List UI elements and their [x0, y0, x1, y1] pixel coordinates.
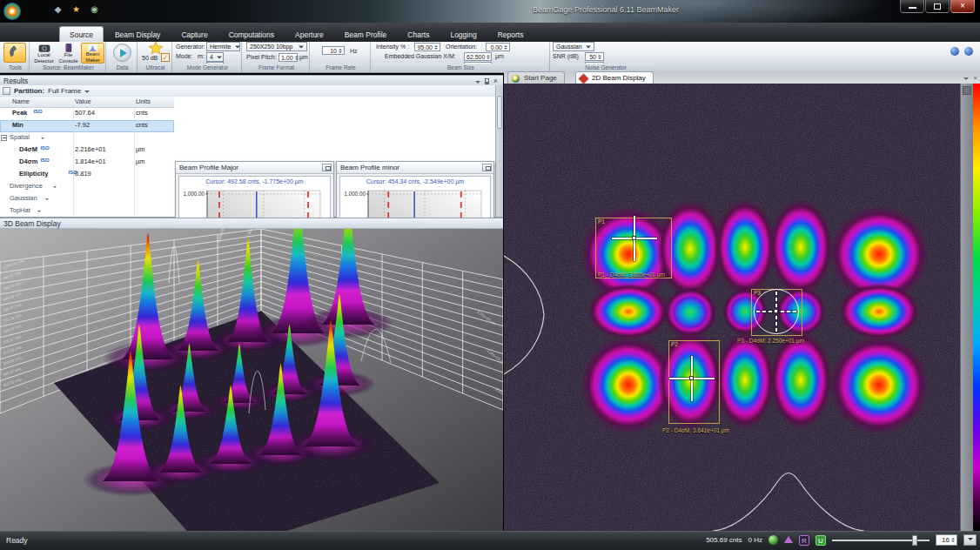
results-pin-icon[interactable] — [485, 78, 489, 84]
window-controls: × — [900, 0, 975, 13]
ultracal-checkbox[interactable]: ✓ — [161, 53, 170, 62]
ribbon-tab-beam-display[interactable]: Beam Display — [105, 27, 170, 42]
snr-field[interactable]: 50 — [585, 52, 604, 61]
title-bar: ◆ ★ ◉ BeamGage Professional 6.11 BeamMak… — [0, 0, 980, 23]
result-row-spatial[interactable]: Spatial — [0, 132, 174, 144]
camera-icon — [38, 44, 50, 52]
ribbon-tab-computations[interactable]: Computations — [219, 27, 284, 42]
beam-profile-minor-titlebar[interactable]: Beam Profile minor — [337, 162, 493, 174]
results-table: Name Value Units PeakISO507.64cntsMin-7.… — [0, 97, 174, 217]
minimize-button[interactable] — [900, 0, 924, 13]
partition-row[interactable]: Partition: Full Frame — [0, 85, 503, 97]
ribbon-tab-charts[interactable]: Charts — [398, 27, 439, 42]
spatial-expander-icon[interactable] — [1, 135, 7, 141]
results-table-header[interactable]: Name Value Units — [0, 97, 174, 108]
ribbon-tab-capture[interactable]: Capture — [171, 27, 217, 42]
zoom-slider-handle[interactable] — [912, 535, 917, 546]
group-frame-format: 250X250 10bpp Pixel Pitch: 1.00 µm Frame… — [244, 42, 310, 72]
beam-maker-icon — [87, 44, 98, 51]
view2d-panel[interactable]: P1 P1 - D4σM: 3.665e+01 µm P2 P2 - D4σM:… — [504, 84, 960, 531]
group-mode-generator: Generator: Hermite Mode: m: 4 n: 2 Mode … — [174, 42, 242, 72]
svg-text:1,000.00: 1,000.00 — [183, 191, 205, 197]
window-title: BeamGage Professional 6.11 BeamMaker — [533, 5, 679, 14]
options-icon[interactable] — [964, 47, 973, 56]
result-row-d4-m[interactable]: D4σmISO1.814e+01µm — [0, 157, 174, 169]
tab-list-icon[interactable] — [963, 77, 969, 83]
results-scrollbar[interactable] — [495, 85, 503, 217]
ribbon-tab-reports[interactable]: Reports — [488, 27, 534, 42]
noise-type-select[interactable]: Gaussian — [553, 42, 594, 51]
beam-profile-major-titlebar[interactable]: Beam Profile Major — [176, 162, 333, 174]
start-page-icon — [512, 75, 520, 83]
maximize-button[interactable] — [925, 0, 950, 13]
pixel-pitch-field[interactable]: 1.00 — [279, 53, 298, 62]
view3d-header[interactable]: 3D Beam Display — [0, 218, 503, 229]
result-row-divergence[interactable]: Divergence — [0, 181, 174, 193]
ribbon-tabs: SourceBeam DisplayCaptureComputationsApe… — [0, 23, 980, 42]
status-u-indicator[interactable]: U — [816, 535, 826, 546]
help-icon[interactable] — [950, 47, 959, 56]
local-detector-button[interactable]: Local Detector — [32, 43, 56, 64]
minor-cursor-readout: Cursor: 454.34 cnts, -2.549e+00 µm — [340, 178, 490, 184]
view2d-scrollbar[interactable] — [960, 84, 973, 531]
tools-phone-button[interactable] — [3, 43, 26, 63]
qat-diamond-icon[interactable]: ◆ — [52, 3, 64, 15]
status-ready: Ready — [6, 536, 28, 545]
tab-2d-beam-display[interactable]: 2D Beam Display — [575, 71, 654, 84]
results-close-icon[interactable]: × — [493, 77, 498, 85]
result-row-ellipticity[interactable]: EllipticityISO0.819 — [0, 169, 174, 181]
group-beam-size: Intensity % : 95.00 Orientation: 0.00 Em… — [373, 42, 550, 72]
close-button[interactable]: × — [950, 0, 975, 13]
ribbon-help-area — [950, 47, 973, 56]
beam-profile-minor-window-button[interactable] — [482, 164, 492, 171]
tab-start-page[interactable]: Start Page — [507, 71, 565, 84]
beam-spot-15 — [825, 322, 933, 439]
orientation-field[interactable]: 0.00 — [486, 43, 510, 51]
status-bar: Ready 505.69 cnts 0 Hz R U 16 — [0, 531, 980, 550]
partition-icon — [3, 87, 10, 95]
status-trigger-icon[interactable] — [784, 532, 793, 543]
mode-m-select[interactable]: 4 — [206, 52, 224, 62]
qat-star-icon[interactable]: ★ — [70, 3, 82, 15]
generator-select[interactable]: Hermite — [206, 42, 240, 51]
status-r-indicator[interactable]: R — [799, 535, 809, 546]
result-row-peak[interactable]: PeakISO507.64cnts — [0, 108, 174, 120]
qat-lens-icon[interactable]: ◉ — [89, 3, 100, 15]
play-button[interactable] — [113, 44, 131, 62]
roi-p2[interactable]: P2 — [668, 340, 720, 424]
group-noise-generator: Gaussian SNR (dB) 50 % DC Offset 2.5 Noi… — [550, 42, 661, 72]
status-globe-icon[interactable] — [769, 535, 778, 545]
embedded-gaussian-x-field[interactable]: 62.500 — [464, 52, 492, 61]
app-logo-icon[interactable] — [3, 3, 21, 20]
beam-profile-major-window-button[interactable] — [322, 164, 332, 171]
beam-maker-button[interactable]: Beam Maker — [81, 43, 104, 64]
roi-p2-label: P2 - D4σM: 3.641e+01 µm — [662, 427, 729, 433]
ribbon-tab-beam-profile[interactable]: Beam Profile — [335, 27, 397, 42]
result-row-d4-m[interactable]: D4σMISO2.216e+01µm — [0, 144, 174, 157]
status-rate: 0 Hz — [748, 536, 762, 544]
group-data: Data — [108, 42, 138, 72]
frame-format-select[interactable]: 250X250 10bpp — [246, 42, 307, 51]
ribbon-tab-source[interactable]: Source — [59, 26, 104, 42]
phone-icon — [8, 44, 22, 58]
view3d-panel[interactable]: 1,000.00 cnts946.67 cnts893.33 cnts840.0… — [0, 229, 503, 531]
result-row-gaussian[interactable]: Gaussian — [0, 193, 174, 205]
quick-access-toolbar: ◆ ★ ◉ — [52, 3, 100, 15]
results-panel: Results × Partition: Full Frame Name Val… — [0, 75, 503, 218]
zoom-slider[interactable] — [832, 535, 930, 546]
intensity-field[interactable]: 95.00 — [414, 43, 440, 51]
roi-p3-label: P3 - D4σM: 2.250e+01 µm — [737, 338, 804, 344]
file-console-button[interactable]: File Console — [57, 43, 80, 64]
roi-p1-label: P1 - D4σM: 3.665e+01 µm — [598, 272, 665, 278]
tab-close-icon[interactable]: × — [973, 74, 977, 82]
result-row-tophat[interactable]: TopHat — [0, 205, 174, 217]
beam-3d-plot: 1,000.00 cnts946.67 cnts893.33 cnts840.0… — [0, 229, 503, 531]
result-row-min[interactable]: Min-7.92cnts — [0, 120, 174, 132]
ribbon-tab-aperture[interactable]: Aperture — [285, 27, 333, 42]
scale-select[interactable] — [963, 534, 977, 546]
zoom-value-field[interactable]: 16 — [936, 534, 957, 546]
frame-rate-field[interactable]: 10 — [322, 46, 345, 55]
ribbon-tab-logging[interactable]: Logging — [440, 27, 486, 42]
ultracal-star-icon — [148, 42, 164, 54]
display-area: Start Page 2D Beam Display × P1 — [504, 71, 980, 531]
